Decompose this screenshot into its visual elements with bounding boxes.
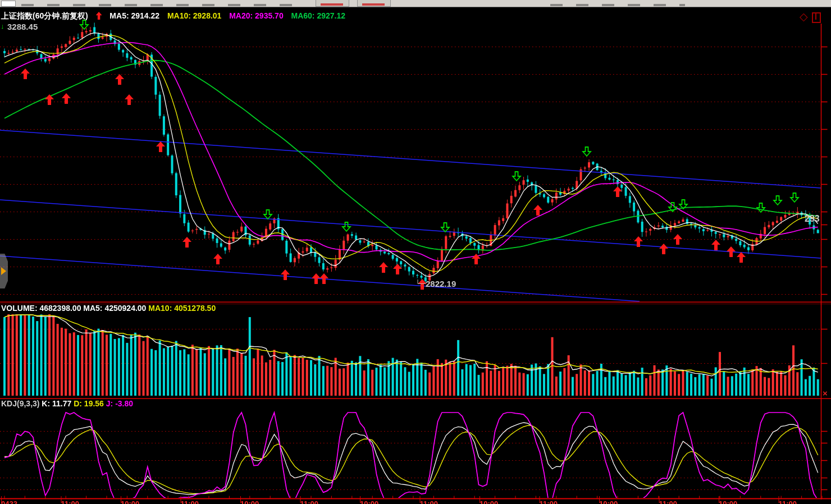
ma5-label: MA5:	[109, 11, 129, 20]
peak-price-label: 3288.45	[7, 22, 38, 31]
chart-title: 上证指数(60分钟.前复权)	[1, 11, 88, 20]
trading-terminal-window: { "main_chart": { "title": "上证指数(60分钟.前复…	[0, 0, 831, 504]
time-axis-label: 11:00	[540, 500, 558, 504]
kdj-k-value: 11.77	[52, 399, 71, 408]
time-axis-label: 11:00	[779, 500, 797, 504]
top-toolbar	[0, 0, 831, 7]
right-edge-price-label: 293	[805, 214, 820, 224]
volume-ma5-value: 4250924.00	[104, 304, 146, 313]
time-axis-label: 10:00	[719, 500, 737, 504]
kdj-name: KDJ(9,3,3)	[1, 399, 39, 408]
sell-marker-icon: ↓	[1, 22, 4, 30]
volume-ma5-label: MA5:	[83, 304, 102, 313]
ma60-label: MA60:	[291, 11, 314, 20]
toolbar-menu-fragments	[21, 4, 302, 6]
ma20-label: MA20:	[229, 11, 253, 20]
close-panel-icon[interactable]: ×	[823, 388, 828, 398]
kdj-j-label: J:	[106, 399, 113, 408]
kdj-d-value: 19.56	[84, 399, 104, 408]
kdj-k-label: K:	[42, 399, 50, 408]
volume-ma10-label: MA10:	[148, 304, 172, 313]
kdj-j-value: -3.80	[115, 399, 133, 408]
volume-header: VOLUME: 4682398.00 MA5: 4250924.00 MA10:…	[1, 304, 216, 313]
ma10-value: 2928.01	[193, 11, 222, 20]
time-axis-label: 10:00	[599, 500, 618, 504]
time-axis: 042211:0010:0011:0010:0011:0010:0011:001…	[0, 499, 831, 504]
time-axis-label: 10:00	[360, 500, 378, 504]
toolbar-menu-fragments	[550, 4, 685, 6]
diamond-icon[interactable]: ◇	[800, 10, 808, 23]
toolbar-button[interactable]	[357, 0, 391, 7]
volume-label: VOLUME:	[1, 304, 38, 313]
time-axis-label: 11:00	[300, 500, 319, 504]
volume-ma10-value: 4051278.50	[174, 304, 216, 313]
kdj-header: KDJ(9,3,3) K: 11.77 D: 19.56 J: -3.80	[1, 399, 133, 408]
time-axis-label: 11:00	[181, 500, 199, 504]
toolbar-search-input[interactable]	[1, 1, 16, 7]
time-axis-label: 11:00	[659, 500, 678, 504]
ma5-value: 2914.22	[131, 11, 159, 20]
ma60-value: 2927.12	[317, 11, 345, 20]
time-axis-label: 0422	[1, 500, 17, 504]
trough-price-label: 2822.19	[426, 279, 456, 288]
time-axis-label: 10:00	[240, 500, 259, 504]
ma20-value: 2935.70	[255, 11, 284, 20]
time-axis-label: 11:00	[61, 500, 80, 504]
chart-canvas[interactable]	[0, 0, 831, 504]
volume-value: 4682398.00	[39, 304, 81, 313]
expand-arrow-icon	[1, 267, 6, 275]
kdj-d-label: D:	[74, 399, 82, 408]
toolbar-button[interactable]	[316, 0, 349, 7]
sidebar-expand-handle[interactable]	[0, 254, 8, 288]
ma10-label: MA10:	[167, 11, 191, 20]
main-chart-header: 上证指数(60分钟.前复权) MA5: 2914.22 MA10: 2928.0…	[1, 11, 345, 21]
window-restore-icon[interactable]	[812, 12, 821, 23]
time-axis-label: 11:00	[420, 500, 439, 504]
time-axis-label: 10:00	[121, 500, 139, 504]
up-arrow-icon	[96, 12, 102, 20]
time-axis-label: 10:00	[480, 500, 498, 504]
